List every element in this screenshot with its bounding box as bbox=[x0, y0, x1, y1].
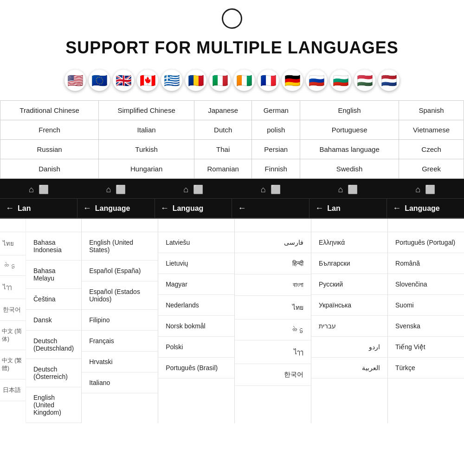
nav-bar: ⌂ ⬜ ⌂ ⬜ ⌂ ⬜ ⌂ ⬜ ⌂ ⬜ ⌂ ⬜ bbox=[0, 179, 464, 199]
grid-cell-0-3: German bbox=[252, 101, 300, 120]
lang-col-header-1: ← Lan bbox=[0, 199, 77, 218]
list-item-1-7[interactable]: English (United Kingdom) bbox=[26, 387, 81, 423]
nav-group-1: ⌂ ⬜ bbox=[29, 184, 49, 195]
lang-col-label-3: Languag bbox=[173, 204, 204, 213]
list-item-6-4[interactable]: Suomi bbox=[388, 295, 464, 316]
lang-col-header-2: ← Language bbox=[77, 199, 155, 218]
nav-group-2: ⌂ ⬜ bbox=[106, 184, 126, 195]
list-item-3-4[interactable]: Nederlands bbox=[158, 295, 234, 316]
list-item-6-7[interactable]: Türkçe bbox=[388, 358, 464, 378]
flag-de: 🇩🇪 bbox=[282, 70, 303, 91]
grid-cell-2-0: Russian bbox=[0, 140, 99, 159]
list-item-5-1[interactable]: Ελληνικά bbox=[311, 232, 387, 253]
list-item-2-5[interactable]: Français bbox=[82, 331, 158, 352]
list-item-6-3[interactable]: Slovenčina bbox=[388, 274, 464, 295]
image-icon-2: ⬜ bbox=[116, 184, 126, 195]
list-item-6-6[interactable]: Tiếng Việt bbox=[388, 337, 464, 358]
list-item-3-3[interactable]: Magyar bbox=[158, 274, 234, 295]
list-item-3-5[interactable]: Norsk bokmål bbox=[158, 316, 234, 337]
grid-cell-1-3: polish bbox=[252, 120, 300, 140]
lang-col-label-1: Lan bbox=[18, 204, 31, 213]
list-item-6-0[interactable] bbox=[388, 219, 464, 232]
list-item-2-7[interactable]: Italiano bbox=[82, 372, 158, 393]
list-item-2-2[interactable]: Español (España) bbox=[82, 261, 158, 281]
house-icon-5: ⌂ bbox=[338, 185, 343, 195]
image-icon-4: ⬜ bbox=[271, 184, 281, 195]
top-icon-area bbox=[0, 0, 464, 33]
back-arrow-5[interactable]: ← bbox=[315, 203, 323, 213]
grid-cell-0-0: Traditional Chinese bbox=[0, 101, 99, 120]
flag-it: 🇮🇹 bbox=[209, 70, 231, 91]
list-item-2-3[interactable]: Español (Estados Unidos) bbox=[82, 281, 158, 310]
bottom-section: ⌂ ⬜ ⌂ ⬜ ⌂ ⬜ ⌂ ⬜ ⌂ ⬜ ⌂ ⬜ ← Lan ← bbox=[0, 179, 464, 423]
list-item-2-4[interactable]: Filipino bbox=[82, 310, 158, 331]
list-item-4-1[interactable]: فارسی bbox=[235, 232, 311, 253]
title-area: SUPPORT FOR MULTIPLE LANGUAGES bbox=[0, 33, 464, 66]
list-item-4-6[interactable]: ไๅๅ bbox=[235, 340, 311, 364]
lang-list-section: ไทย ထဲဌ ไๅๅ 한국어 中文 (简体) 中文 (繁體) 日本語 Baha… bbox=[0, 219, 464, 423]
nav-group-6: ⌂ ⬜ bbox=[415, 184, 435, 195]
grid-cell-3-3: Finnish bbox=[252, 159, 300, 179]
list-item-3-1[interactable]: Latviešu bbox=[158, 232, 234, 253]
list-item-4-7[interactable]: 한국어 bbox=[235, 364, 311, 386]
list-item-1-5[interactable]: Deutsch (Deutschland) bbox=[26, 331, 81, 359]
grid-cell-0-1: Simplified Chinese bbox=[99, 101, 194, 120]
list-item-1-3[interactable]: Čeština bbox=[26, 289, 81, 310]
lang-col-label-2: Language bbox=[95, 204, 130, 213]
left-label-3: ไๅๅ bbox=[0, 276, 26, 299]
back-arrow-2[interactable]: ← bbox=[83, 203, 91, 213]
lang-list-col-2: English (United States) Español (España)… bbox=[82, 219, 158, 423]
list-item-1-0[interactable] bbox=[26, 219, 81, 232]
list-item-6-2[interactable]: Română bbox=[388, 253, 464, 274]
left-label-0 bbox=[0, 219, 26, 232]
house-icon-2: ⌂ bbox=[106, 185, 111, 195]
list-item-4-4[interactable]: ไทย bbox=[235, 296, 311, 320]
grid-cell-2-5: Czech bbox=[399, 140, 464, 159]
list-item-5-4[interactable]: Українська bbox=[311, 295, 387, 316]
flag-ru: 🇷🇺 bbox=[306, 70, 327, 91]
list-item-5-0[interactable] bbox=[311, 219, 387, 232]
nav-group-4: ⌂ ⬜ bbox=[261, 184, 281, 195]
list-item-2-1[interactable]: English (United States) bbox=[82, 232, 158, 261]
lang-col-header-4: ← bbox=[232, 199, 309, 218]
list-item-5-3[interactable]: Русский bbox=[311, 274, 387, 295]
list-item-6-1[interactable]: Português (Portugal) bbox=[388, 232, 464, 253]
back-arrow-1[interactable]: ← bbox=[6, 203, 14, 213]
grid-cell-2-3: Persian bbox=[252, 140, 300, 159]
grid-cell-2-2: Thai bbox=[194, 140, 252, 159]
list-item-2-6[interactable]: Hrvatski bbox=[82, 352, 158, 372]
list-item-1-2[interactable]: Bahasa Melayu bbox=[26, 261, 81, 289]
list-item-3-0[interactable] bbox=[158, 219, 234, 232]
list-item-6-5[interactable]: Svenska bbox=[388, 316, 464, 337]
flag-hu: 🇭🇺 bbox=[354, 70, 375, 91]
flag-bg: 🇧🇬 bbox=[330, 70, 351, 91]
language-grid: Traditional ChineseSimplified ChineseJap… bbox=[0, 100, 464, 179]
list-item-1-1[interactable]: Bahasa Indonesia bbox=[26, 232, 81, 261]
list-item-4-5[interactable]: ထဲဌ bbox=[235, 320, 311, 340]
grid-cell-1-0: French bbox=[0, 120, 99, 140]
grid-cell-3-0: Danish bbox=[0, 159, 99, 179]
list-item-3-2[interactable]: Lietuvių bbox=[158, 253, 234, 274]
back-arrow-4[interactable]: ← bbox=[238, 203, 246, 213]
list-item-2-0[interactable] bbox=[82, 219, 158, 232]
list-item-5-2[interactable]: Български bbox=[311, 253, 387, 274]
list-item-4-3[interactable]: বাংলা bbox=[235, 274, 311, 296]
grid-cell-0-2: Japanese bbox=[194, 101, 252, 120]
list-item-3-7[interactable]: Português (Brasil) bbox=[158, 358, 234, 378]
lang-col-label-6: Language bbox=[405, 204, 440, 213]
list-item-5-7[interactable]: العربية bbox=[311, 358, 387, 378]
list-item-5-6[interactable]: اردو bbox=[311, 337, 387, 358]
list-item-1-6[interactable]: Deutsch (Österreich) bbox=[26, 359, 81, 387]
back-arrow-6[interactable]: ← bbox=[393, 203, 401, 213]
grid-cell-1-1: Italian bbox=[99, 120, 194, 140]
house-icon-4: ⌂ bbox=[261, 185, 266, 195]
list-item-1-4[interactable]: Dansk bbox=[26, 310, 81, 331]
grid-cell-1-2: Dutch bbox=[194, 120, 252, 140]
flag-ca: 🇨🇦 bbox=[137, 70, 158, 91]
grid-cell-3-4: Swedish bbox=[300, 159, 399, 179]
list-item-4-0[interactable] bbox=[235, 219, 311, 232]
list-item-4-2[interactable]: हिन्दी bbox=[235, 253, 311, 274]
list-item-3-6[interactable]: Polski bbox=[158, 337, 234, 358]
back-arrow-3[interactable]: ← bbox=[161, 203, 169, 213]
list-item-5-5[interactable]: עברית bbox=[311, 316, 387, 337]
